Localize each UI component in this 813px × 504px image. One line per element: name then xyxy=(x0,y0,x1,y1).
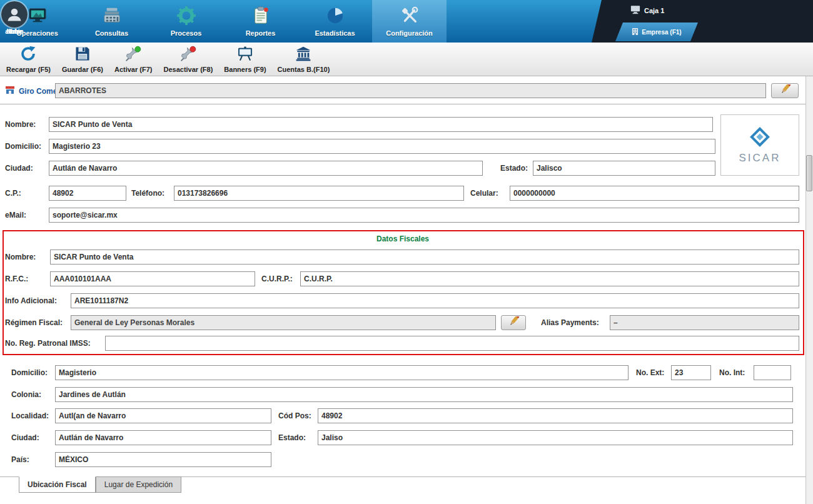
tools-icon xyxy=(400,6,419,28)
sicar-diamond-logo-icon xyxy=(749,126,771,151)
building-icon xyxy=(632,28,639,37)
imss-label: No. Reg. Patronal IMSS: xyxy=(5,339,91,348)
tab-configuracion[interactable]: Configuración xyxy=(372,0,447,43)
banners-button[interactable]: Banners (F9) xyxy=(223,44,267,74)
domicilio-field[interactable] xyxy=(49,139,715,154)
section-divider xyxy=(0,104,805,104)
tab-label: Consultas xyxy=(95,29,128,37)
ubicacion-ciudad-label: Ciudad: xyxy=(11,433,39,442)
estado-field[interactable] xyxy=(533,161,715,176)
cp-label: C.P.: xyxy=(5,189,21,198)
colonia-field[interactable] xyxy=(55,387,793,402)
colonia-label: Colonia: xyxy=(11,390,41,399)
sicar-logo: SICAR xyxy=(720,114,799,176)
tab-lugar-expedicion[interactable]: Lugar de Expedición xyxy=(96,476,181,493)
fiscal-nombre-label: Nombre: xyxy=(5,253,36,261)
domicilio-label: Domicilio: xyxy=(5,142,41,151)
monitor-icon xyxy=(630,5,640,16)
admin-button[interactable]: admin xyxy=(0,1,29,35)
tab-label: Estadísticas xyxy=(315,29,355,37)
no-int-field[interactable] xyxy=(754,365,791,380)
ubicacion-domicilio-label: Domicilio: xyxy=(11,368,48,377)
person-icon xyxy=(1,1,28,28)
operaciones-monitor-icon xyxy=(28,6,47,28)
estado-label: Estado: xyxy=(500,164,528,173)
ciudad-field[interactable] xyxy=(49,161,483,176)
sicar-window: Operaciones Consultas Procesos Reportes … xyxy=(0,0,813,504)
tab-label: Configuración xyxy=(386,29,433,37)
activate-pin-icon xyxy=(125,46,141,64)
recargar-button[interactable]: Recargar (F5) xyxy=(5,44,52,74)
rfc-label: R.F.C.: xyxy=(5,275,28,283)
empresa-button[interactable]: Empresa (F1) xyxy=(615,23,698,41)
regimen-fiscal-label: Régimen Fiscal: xyxy=(5,318,63,327)
tab-reportes[interactable]: Reportes xyxy=(223,0,298,43)
localidad-label: Localidad: xyxy=(11,411,49,420)
gear-icon xyxy=(177,6,196,28)
admin-label: admin xyxy=(5,28,23,35)
telefono-label: Teléfono: xyxy=(131,189,164,198)
cod-pos-field[interactable] xyxy=(318,408,793,423)
store-icon xyxy=(5,86,15,97)
curp-field[interactable] xyxy=(300,271,799,286)
celular-label: Celular: xyxy=(470,189,498,198)
ubicacion-ciudad-field[interactable] xyxy=(55,430,271,445)
tab-ubicacion-fiscal[interactable]: Ubicación Fiscal xyxy=(19,476,96,493)
toolbar: Recargar (F5) Guardar (F6) Activar (F7) … xyxy=(0,43,813,76)
curp-label: C.U.R.P.: xyxy=(261,275,293,283)
reload-icon xyxy=(20,46,36,64)
datos-fiscales-title: Datos Fiscales xyxy=(0,234,805,243)
vertical-scrollbar[interactable] xyxy=(805,76,813,504)
info-adicional-field[interactable] xyxy=(71,293,799,308)
celular-field[interactable] xyxy=(510,186,799,201)
ubicacion-estado-field[interactable] xyxy=(318,430,793,445)
regimen-fiscal-field xyxy=(71,315,496,330)
tab-label: Reportes xyxy=(246,29,276,37)
activar-button[interactable]: Activar (F7) xyxy=(113,44,154,74)
caja-indicator: Caja 1 xyxy=(630,5,664,16)
ubicacion-domicilio-field[interactable] xyxy=(55,365,629,380)
no-ext-field[interactable] xyxy=(671,365,711,380)
toolbar-label: Activar (F7) xyxy=(114,66,153,73)
pencil-icon xyxy=(778,84,792,97)
tab-estadisticas[interactable]: Estadísticas xyxy=(298,0,372,43)
cuentas-bancarias-button[interactable]: Cuentas B.(F10) xyxy=(276,44,331,74)
tab-procesos[interactable]: Procesos xyxy=(149,0,223,43)
bank-icon xyxy=(295,46,311,64)
pencil-icon xyxy=(507,316,520,329)
scrollbar-thumb[interactable] xyxy=(806,155,812,191)
desactivar-button[interactable]: Desactivar (F8) xyxy=(162,44,214,74)
ciudad-label: Ciudad: xyxy=(5,164,33,173)
toolbar-label: Desactivar (F8) xyxy=(163,66,213,73)
no-ext-label: No. Ext: xyxy=(636,368,664,377)
email-label: eMail: xyxy=(5,211,26,219)
sicar-logo-text: SICAR xyxy=(739,152,781,164)
toolbar-label: Banners (F9) xyxy=(224,66,266,73)
alias-payments-label: Alias Payments: xyxy=(541,318,599,327)
cp-field[interactable] xyxy=(49,186,126,201)
localidad-field[interactable] xyxy=(55,408,271,423)
toolbar-label: Recargar (F5) xyxy=(6,66,51,73)
tab-label: Procesos xyxy=(171,29,202,37)
pais-field[interactable] xyxy=(55,452,271,467)
giro-edit-button[interactable] xyxy=(771,83,799,98)
fiscal-nombre-field[interactable] xyxy=(50,249,799,265)
no-int-label: No. Int: xyxy=(719,368,745,377)
nombre-field[interactable] xyxy=(49,117,713,132)
rfc-field[interactable] xyxy=(50,271,255,286)
email-field[interactable] xyxy=(49,208,799,223)
tab-consultas[interactable]: Consultas xyxy=(74,0,149,43)
top-nav: Operaciones Consultas Procesos Reportes … xyxy=(0,0,813,43)
notepad-icon xyxy=(251,6,270,28)
bottom-tabs: Ubicación Fiscal Lugar de Expedición xyxy=(19,476,181,493)
deactivate-pin-icon xyxy=(180,46,196,64)
info-adicional-label: Info Adicional: xyxy=(5,296,57,305)
imss-field[interactable] xyxy=(105,336,799,351)
guardar-button[interactable]: Guardar (F6) xyxy=(61,44,104,74)
giro-comercial-field xyxy=(55,83,766,98)
telefono-field[interactable] xyxy=(174,186,464,201)
empresa-label: Empresa (F1) xyxy=(642,29,681,36)
caja-label: Caja 1 xyxy=(644,7,664,14)
regimen-edit-button[interactable] xyxy=(501,315,526,330)
nombre-label: Nombre: xyxy=(5,120,36,129)
